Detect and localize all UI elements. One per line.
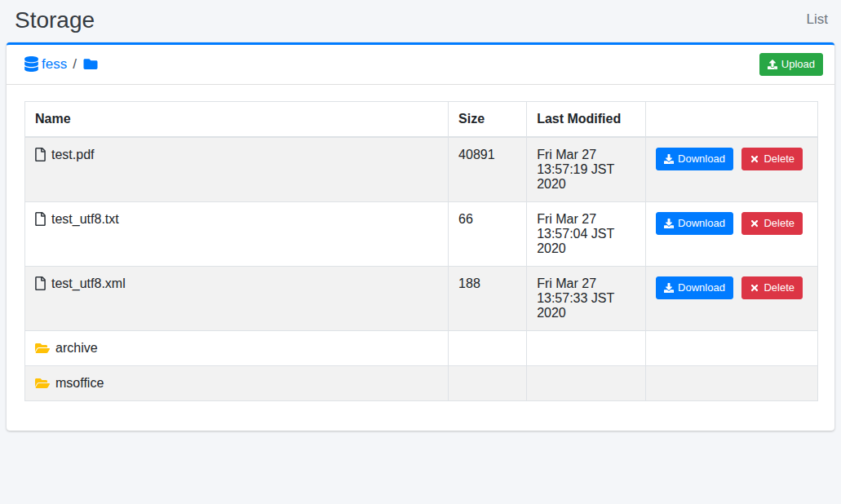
download-button[interactable]: Download — [656, 212, 733, 235]
times-icon — [750, 154, 759, 164]
breadcrumb-root-label: fess — [42, 56, 67, 73]
upload-icon — [768, 60, 777, 69]
entry-last-modified: Fri Mar 27 13:57:04 JST 2020 — [527, 201, 646, 266]
file-icon — [35, 148, 46, 161]
table-row: archive — [25, 330, 818, 365]
entry-name-cell[interactable]: test_utf8.xml — [35, 276, 438, 291]
table-row: test_utf8.xml 188 Fri Mar 27 13:57:33 JS… — [25, 266, 818, 330]
download-button-label: Download — [678, 152, 725, 166]
row-actions: Download Delete — [646, 137, 818, 202]
folder-open-icon — [35, 342, 50, 355]
folder-icon[interactable] — [82, 57, 99, 71]
entry-name: test_utf8.txt — [51, 212, 119, 227]
breadcrumb-separator: / — [73, 56, 77, 73]
download-button-label: Download — [678, 281, 725, 295]
column-header-last-modified: Last Modified — [527, 101, 646, 137]
delete-button-label: Delete — [764, 281, 795, 295]
download-button[interactable]: Download — [656, 276, 733, 299]
file-icon — [35, 276, 46, 290]
entry-size: 188 — [449, 266, 527, 330]
delete-button[interactable]: Delete — [741, 276, 803, 299]
entry-size: 66 — [449, 201, 527, 266]
content-header: Storage List — [0, 0, 841, 42]
entry-last-modified: Fri Mar 27 13:57:33 JST 2020 — [527, 266, 646, 330]
entry-size — [449, 330, 527, 365]
entry-name-cell[interactable]: test_utf8.txt — [35, 212, 438, 227]
row-actions — [646, 330, 818, 365]
column-header-name: Name — [25, 101, 449, 137]
delete-button[interactable]: Delete — [741, 212, 803, 235]
entry-name: test.pdf — [51, 148, 94, 162]
storage-table-body: test.pdf 40891 Fri Mar 27 13:57:19 JST 2… — [25, 137, 818, 401]
upload-button[interactable]: Upload — [759, 53, 823, 76]
entry-name: msoffice — [55, 376, 104, 391]
entry-name-cell[interactable]: archive — [35, 341, 438, 356]
table-row: test_utf8.txt 66 Fri Mar 27 13:57:04 JST… — [25, 201, 818, 266]
download-icon — [664, 219, 674, 228]
row-actions: Download Delete — [646, 201, 818, 266]
delete-button[interactable]: Delete — [741, 148, 803, 170]
upload-button-label: Upload — [781, 57, 815, 72]
entry-last-modified — [527, 330, 646, 365]
breadcrumb: fess / — [24, 56, 99, 73]
entry-last-modified — [527, 365, 646, 400]
table-row: test.pdf 40891 Fri Mar 27 13:57:19 JST 2… — [25, 137, 818, 202]
download-icon — [664, 154, 674, 164]
card-header: fess / Upload — [7, 45, 834, 85]
delete-button-label: Delete — [764, 216, 795, 231]
entry-name-cell[interactable]: msoffice — [35, 376, 438, 391]
page-title: Storage — [15, 7, 95, 34]
entry-last-modified: Fri Mar 27 13:57:19 JST 2020 — [527, 137, 646, 202]
table-row: msoffice — [25, 365, 818, 400]
column-header-actions — [646, 101, 818, 137]
card-body: Name Size Last Modified test.pdf 40891 F… — [7, 85, 834, 431]
delete-button-label: Delete — [764, 152, 795, 166]
folder-open-icon — [35, 377, 50, 390]
download-button[interactable]: Download — [656, 148, 733, 170]
breadcrumb-list-label: List — [807, 11, 828, 28]
times-icon — [750, 283, 759, 293]
download-button-label: Download — [678, 216, 725, 231]
database-icon — [24, 56, 42, 72]
entry-size: 40891 — [449, 137, 527, 202]
column-header-size: Size — [449, 101, 527, 137]
breadcrumb-root-link[interactable]: fess — [24, 56, 67, 73]
row-actions — [646, 365, 818, 400]
entry-name: archive — [55, 341, 98, 356]
entry-size — [449, 365, 527, 400]
row-actions: Download Delete — [646, 266, 818, 330]
storage-table: Name Size Last Modified test.pdf 40891 F… — [24, 101, 818, 401]
times-icon — [750, 219, 759, 228]
entry-name: test_utf8.xml — [51, 276, 126, 291]
entry-name-cell[interactable]: test.pdf — [35, 148, 438, 162]
storage-card: fess / Upload Name Size Last Modified — [7, 42, 834, 431]
file-icon — [35, 212, 46, 226]
table-header-row: Name Size Last Modified — [25, 101, 818, 137]
download-icon — [664, 283, 674, 293]
